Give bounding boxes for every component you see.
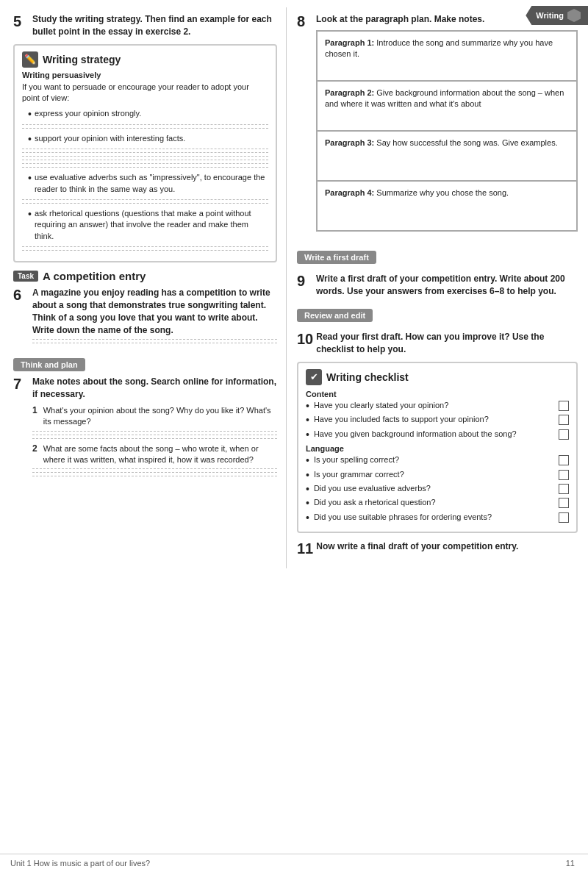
right-column: 8 Look at the paragraph plan. Make notes… [287,7,588,568]
checklist-checkbox-l3[interactable] [559,484,569,494]
section-10-num: 10 [297,331,313,356]
footer-left: Unit 1 How is music a part of our lives? [10,859,150,868]
paragraph-boxes: Paragraph 1: Introduce the song and summ… [316,30,578,232]
dotted-lines-3 [22,199,268,204]
para-3-label: Paragraph 3: [325,138,374,147]
dotted-line [22,160,268,160]
dotted-line [22,199,268,200]
para-4-text: Summarize why you chose the song. [376,188,509,197]
checklist-content-item-3: • Have you given background information … [306,429,569,440]
writing-label: Writing [536,11,564,20]
footer-right: 11 [566,859,575,868]
dotted-line [22,163,268,164]
section-9-text: Write a first draft of your competition … [316,273,578,298]
strategy-bullet-4: • ask rhetorical questions (questions th… [28,208,268,242]
para-1-label: Paragraph 1: [325,38,374,47]
page-footer: Unit 1 How is music a part of our lives?… [0,854,588,872]
section-8-num: 8 [297,13,313,239]
strategy-icon: ✏️ [22,51,38,68]
think-and-plan-band: Think and plan [13,352,277,376]
section-8: 8 Look at the paragraph plan. Make notes… [297,13,578,239]
badge-hex-icon [567,9,581,22]
section-6-num: 6 [13,287,29,346]
dotted-line [22,203,268,204]
checklist-lang-text-1: Is your spelling correct? [314,454,554,465]
section-6-content: A magazine you enjoy reading has a compe… [32,287,277,346]
section-6-field-lines [32,339,277,343]
section-7-sub1: 1 What's your opinion about the song? Wh… [32,405,277,439]
dotted-line [22,149,268,149]
checklist-checkbox-l1[interactable] [559,455,569,465]
checklist-icon: ✔ [306,369,322,385]
checklist-bullet-l2: • [306,470,309,480]
think-and-plan-label: Think and plan [13,358,85,371]
checklist-title: Writing checklist [326,371,409,383]
checklist-checkbox-l4[interactable] [559,498,569,508]
section-7-content: Make notes about the song. Search online… [32,376,277,479]
section-5-text: Study the writing strategy. Then find an… [32,13,277,38]
checklist-lang-item-2: • Is your grammar correct? [306,469,569,480]
dotted-line [22,156,268,157]
section-7-intro: Make notes about the song. Search online… [32,376,277,401]
dotted-lines-1 [22,124,268,129]
checklist-box: ✔ Writing checklist Content • Have you c… [297,362,578,533]
para-2-label: Paragraph 2: [325,88,374,97]
para-box-1: Paragraph 1: Introduce the song and summ… [317,31,577,81]
para-4-label: Paragraph 4: [325,188,374,197]
checklist-bullet-1: • [306,401,309,411]
writing-badge: Writing [526,6,588,25]
checklist-lang-text-2: Is your grammar correct? [314,469,554,480]
para-3-text: Say how successful the song was. Give ex… [376,138,557,147]
sub2-field-lines [32,468,277,476]
bullet-dot-2: • [28,134,32,144]
dotted-lines-4 [22,246,268,251]
checklist-content-text-3: Have you given background information ab… [314,429,554,440]
dotted-line [32,476,277,476]
checklist-lang-item-4: • Did you ask a rhetorical question? [306,497,569,508]
dotted-line [22,128,268,129]
checklist-checkbox-3[interactable] [559,429,569,440]
strategy-bullet-4-text: ask rhetorical questions (questions that… [35,208,268,242]
sub2-num: 2 [32,443,37,466]
section-9-num: 9 [297,273,313,298]
dotted-line [32,431,277,432]
section-5-num: 5 [13,13,29,38]
section-5: 5 Study the writing strategy. Then find … [13,13,277,38]
dotted-line [32,339,277,340]
section-7-num: 7 [13,376,29,479]
checklist-lang-item-5: • Did you use suitable phrases for order… [306,512,569,523]
checklist-checkbox-2[interactable] [559,415,569,425]
checklist-header: ✔ Writing checklist [306,369,569,385]
checklist-bullet-l3: • [306,484,309,494]
section-10: 10 Read your first draft. How can you im… [297,331,578,356]
strategy-bullet-1: • express your opinion strongly. [28,108,268,119]
dotted-line [32,472,277,473]
checklist-checkbox-1[interactable] [559,401,569,411]
dotted-line [32,435,277,435]
checklist-language-label: Language [306,444,569,453]
section-6-text: A magazine you enjoy reading has a compe… [32,287,277,336]
task-band: Task A competition entry [13,270,277,282]
strategy-bullet-2: • support your opinion with interesting … [28,133,268,144]
write-draft-label: Write a first draft [297,251,376,264]
dotted-line [32,343,277,343]
checklist-checkbox-l2[interactable] [559,470,569,480]
section-10-content: Read your first draft. How can you impro… [316,331,578,356]
sub1-text: What's your opinion about the song? Why … [43,405,277,428]
strategy-subtitle: Writing persuasively [22,71,268,79]
bullet-dot-4: • [28,209,32,219]
checklist-bullet-3: • [306,429,309,440]
left-column: 5 Study the writing strategy. Then find … [0,7,287,568]
dotted-line [22,124,268,125]
checklist-checkbox-l5[interactable] [559,512,569,523]
section-9: 9 Write a first draft of your competitio… [297,273,578,298]
section-8-content: Look at the paragraph plan. Make notes. … [316,13,578,239]
section-9-content: Write a first draft of your competition … [316,273,578,298]
task-title: A competition entry [43,270,146,282]
dotted-line [22,167,268,168]
section-5-content: Study the writing strategy. Then find an… [32,13,277,38]
bullet-dot-1: • [28,109,32,119]
checklist-lang-item-1: • Is your spelling correct? [306,454,569,465]
checklist-content-item-1: • Have you clearly stated your opinion? [306,400,569,411]
review-edit-label: Review and edit [297,309,373,322]
